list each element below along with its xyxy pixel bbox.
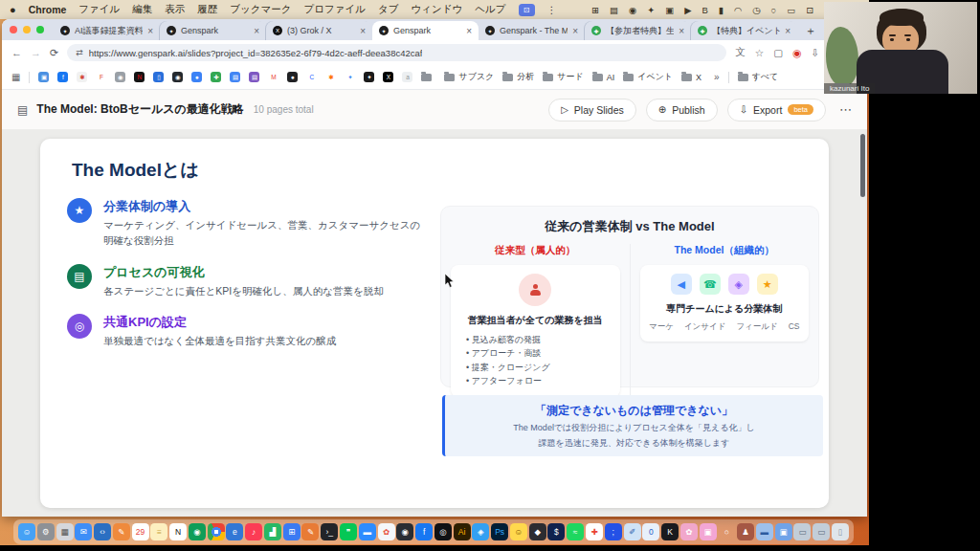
bookmark-folder[interactable] [421,74,435,81]
all-bookmarks-folder[interactable]: すべて [738,71,779,83]
menubar-item[interactable]: 履歴 [197,3,217,16]
dock-semicolon[interactable]: ; [605,523,622,540]
browser-tab[interactable]: ✚ 【参加者特典】生成 × [585,21,691,40]
bookmark-folder[interactable]: サブスク [444,71,494,83]
menubar-item[interactable]: 表示 [165,3,185,16]
dock-tool-blue[interactable]: ✐ [624,523,641,540]
bookmarks-overflow-icon[interactable]: » [714,72,720,82]
dock-trash[interactable]: ▯ [832,523,849,540]
dock-zoom[interactable]: ▬ [359,523,376,540]
apps-grid-icon[interactable]: ▦ [11,72,20,82]
notification-icon[interactable]: ✦ [647,5,655,15]
menubar-item[interactable]: ウィンドウ [412,3,463,16]
dock-onepassword[interactable]: 0 [642,523,659,540]
menubar-item[interactable]: ブックマーク [230,3,291,16]
publish-button[interactable]: ⊕ Publish [646,99,718,121]
browser-tab[interactable]: ✦ Genspark × [160,21,266,40]
dock-photoshop[interactable]: Ps [491,523,508,540]
display-icon[interactable]: ⊡ [806,5,813,15]
dock-person-app[interactable]: ♟ [737,523,754,540]
bookmark-star-icon[interactable]: ☆ [755,47,764,58]
dock-mail[interactable]: ✉ [75,523,92,540]
bookmark-folder[interactable]: イベント [623,71,673,83]
new-tab-button[interactable]: ＋ [797,21,824,40]
tab-close-icon[interactable]: × [785,26,791,36]
dock-pencil[interactable]: ✎ [113,523,130,540]
bookmark-folder[interactable]: サード [543,71,583,83]
fav-gmail[interactable]: M [268,72,278,82]
dock-pink-app[interactable]: ▣ [700,523,717,540]
bookmark-folder[interactable]: X [681,73,702,82]
dock-finder[interactable]: ☺ [18,523,35,540]
dock-display2[interactable]: ▭ [813,523,830,540]
bookmark-folder[interactable]: 分析 [502,71,534,83]
dock-memoji[interactable]: ☺ [510,523,527,540]
dock-notes[interactable]: ≡ [150,523,167,540]
screen-record-ext-icon[interactable]: ◉ [792,47,801,58]
fav-c-blue[interactable]: C [306,72,317,82]
dock-plus-colorful[interactable]: ✚ [586,523,603,540]
dock-photos[interactable]: ✿ [378,523,395,540]
dock-terminal[interactable]: ›_ [321,523,338,540]
dock-music[interactable]: ♪ [245,523,262,540]
keyboard-icon[interactable]: ▭ [787,5,795,15]
tab-close-icon[interactable]: × [254,26,259,36]
bluetooth-icon[interactable]: B [702,5,707,15]
dock-cube[interactable]: ◆ [529,523,546,540]
forward-icon[interactable]: → [31,47,41,58]
dock-spotify[interactable]: ≈ [567,523,584,540]
fav-trello[interactable]: ▯ [153,72,164,82]
fav-text[interactable]: a [402,72,412,82]
dock-launchpad[interactable]: ▦ [56,523,74,540]
fav-facebook[interactable]: f [57,72,68,82]
dock-facebook[interactable]: f [415,523,433,540]
dock-ring[interactable]: ○ [718,523,735,540]
dock-box-app[interactable]: ▣ [775,523,792,540]
menubar-item[interactable]: ヘルプ [475,3,505,16]
fav-blue-photo[interactable]: ▣ [38,72,49,82]
dock-calendar[interactable]: 29 [132,523,149,540]
browser-tab[interactable]: ✚ 【特典】イベント × [691,21,797,40]
browser-tab[interactable]: X (3) Grok / X × [266,21,372,40]
play-slides-button[interactable]: ▷ Play Slides [548,99,636,121]
download-icon[interactable]: ⇩ [811,47,819,58]
fav-plus-blue[interactable]: ✦ [345,72,355,82]
fav-blue-dot[interactable]: ● [191,72,202,82]
dock-stats[interactable]: ▟ [264,523,281,540]
browser-tab[interactable]: ✦ Genspark × [372,21,479,40]
dock-keynote-dark[interactable]: K [661,523,679,540]
fav-green-plus[interactable]: ✚ [211,72,221,82]
site-settings-icon[interactable]: ⇄ [76,48,83,57]
fav-red-cluster[interactable]: ✱ [77,72,87,82]
bookmark-folder[interactable]: AI [592,73,615,82]
stage-manager-icon[interactable]: ⊞ [591,5,599,15]
zoom-window-icon[interactable] [36,26,44,33]
dock-pencil2[interactable]: ✎ [301,523,319,540]
menubar-item[interactable]: プロファイル [304,3,366,16]
screen-share-indicator-icon[interactable]: ⊡ [519,4,535,16]
browser-tab[interactable]: ✦ Genspark - The M × [479,21,585,40]
address-bar[interactable]: ⇄ https://www.genspark.ai/slides?project… [67,44,726,61]
search-icon[interactable]: ○ [771,5,777,15]
back-icon[interactable]: ← [11,47,22,58]
dock-maps[interactable]: ◈ [472,523,489,540]
fav-doc-purple[interactable]: ▤ [249,72,259,82]
fav-x[interactable]: X [383,72,393,82]
tab-close-icon[interactable]: × [679,26,684,36]
fav-f-red[interactable]: F [96,72,106,82]
more-menu-icon[interactable]: ⋯ [839,102,852,117]
tab-close-icon[interactable]: × [360,26,366,36]
fav-dark-star[interactable]: ✦ [364,72,374,82]
menubar-dots-icon[interactable]: ⋮ [547,5,557,15]
reload-icon[interactable]: ⟳ [50,47,58,59]
translate-icon[interactable]: 文 [735,46,746,59]
time-machine-icon[interactable]: ◷ [752,5,760,15]
minimize-window-icon[interactable] [23,26,31,33]
browser-tab[interactable]: ✦ AI議事録提案資料 × [54,21,160,40]
dock-illustrator[interactable]: Ai [454,523,471,540]
dock-line[interactable]: ❞ [340,523,357,540]
folder-stack-icon[interactable]: ▣ [665,5,674,15]
fav-globe[interactable]: ◉ [115,72,125,82]
dock-flower-pink[interactable]: ✿ [680,523,698,540]
dock-green-app[interactable]: ◉ [189,523,206,540]
